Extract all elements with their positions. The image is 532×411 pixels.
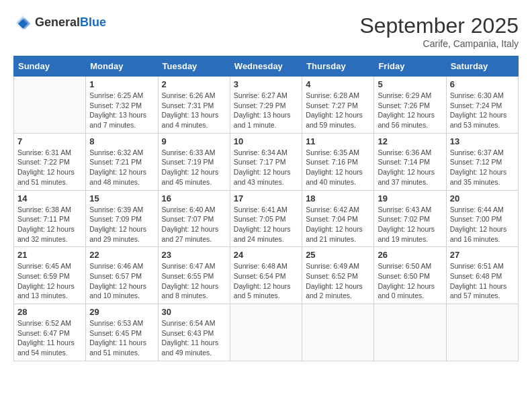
table-row: 19Sunrise: 6:43 AM Sunset: 7:02 PM Dayli… bbox=[374, 190, 446, 247]
day-number: 21 bbox=[17, 250, 82, 260]
day-number: 6 bbox=[450, 79, 515, 89]
day-info: Sunrise: 6:40 AM Sunset: 7:07 PM Dayligh… bbox=[162, 205, 226, 244]
table-row: 13Sunrise: 6:37 AM Sunset: 7:12 PM Dayli… bbox=[446, 133, 518, 190]
table-row: 26Sunrise: 6:50 AM Sunset: 6:50 PM Dayli… bbox=[374, 247, 446, 304]
day-number: 22 bbox=[89, 250, 154, 260]
table-row: 5Sunrise: 6:29 AM Sunset: 7:26 PM Daylig… bbox=[374, 77, 446, 134]
table-row: 20Sunrise: 6:44 AM Sunset: 7:00 PM Dayli… bbox=[446, 190, 518, 247]
table-row: 6Sunrise: 6:30 AM Sunset: 7:24 PM Daylig… bbox=[446, 77, 518, 134]
header-monday: Monday bbox=[86, 56, 158, 77]
day-number: 11 bbox=[306, 136, 370, 146]
day-number: 29 bbox=[89, 307, 154, 317]
day-info: Sunrise: 6:38 AM Sunset: 7:11 PM Dayligh… bbox=[17, 205, 82, 244]
table-row: 12Sunrise: 6:36 AM Sunset: 7:14 PM Dayli… bbox=[374, 133, 446, 190]
day-number: 13 bbox=[450, 136, 515, 146]
day-number: 15 bbox=[89, 193, 154, 203]
title-block: September 2025 Carife, Campania, Italy bbox=[359, 13, 519, 49]
day-number: 30 bbox=[162, 307, 226, 317]
day-info: Sunrise: 6:42 AM Sunset: 7:04 PM Dayligh… bbox=[306, 205, 370, 244]
table-row: 3Sunrise: 6:27 AM Sunset: 7:29 PM Daylig… bbox=[230, 77, 302, 134]
day-info: Sunrise: 6:25 AM Sunset: 7:32 PM Dayligh… bbox=[89, 91, 154, 130]
day-info: Sunrise: 6:46 AM Sunset: 6:57 PM Dayligh… bbox=[89, 261, 154, 301]
table-row: 18Sunrise: 6:42 AM Sunset: 7:04 PM Dayli… bbox=[302, 190, 374, 247]
calendar-week-row: 28Sunrise: 6:52 AM Sunset: 6:47 PM Dayli… bbox=[14, 304, 519, 361]
table-row bbox=[230, 304, 302, 361]
table-row: 10Sunrise: 6:34 AM Sunset: 7:17 PM Dayli… bbox=[230, 133, 302, 190]
day-number: 24 bbox=[234, 250, 298, 260]
day-info: Sunrise: 6:50 AM Sunset: 6:50 PM Dayligh… bbox=[378, 261, 442, 301]
table-row: 15Sunrise: 6:39 AM Sunset: 7:09 PM Dayli… bbox=[86, 190, 158, 247]
day-info: Sunrise: 6:36 AM Sunset: 7:14 PM Dayligh… bbox=[378, 148, 442, 187]
day-number: 5 bbox=[378, 79, 442, 89]
day-info: Sunrise: 6:33 AM Sunset: 7:19 PM Dayligh… bbox=[162, 148, 226, 187]
header-saturday: Saturday bbox=[446, 56, 518, 77]
day-info: Sunrise: 6:43 AM Sunset: 7:02 PM Dayligh… bbox=[378, 205, 442, 244]
day-number: 2 bbox=[162, 79, 226, 89]
day-number: 12 bbox=[378, 136, 442, 146]
table-row: 8Sunrise: 6:32 AM Sunset: 7:21 PM Daylig… bbox=[86, 133, 158, 190]
day-info: Sunrise: 6:49 AM Sunset: 6:52 PM Dayligh… bbox=[306, 261, 370, 301]
table-row: 24Sunrise: 6:48 AM Sunset: 6:54 PM Dayli… bbox=[230, 247, 302, 304]
day-number: 4 bbox=[306, 79, 370, 89]
day-number: 23 bbox=[162, 250, 226, 260]
table-row bbox=[14, 77, 86, 134]
header-sunday: Sunday bbox=[14, 56, 86, 77]
table-row: 1Sunrise: 6:25 AM Sunset: 7:32 PM Daylig… bbox=[86, 77, 158, 134]
day-info: Sunrise: 6:51 AM Sunset: 6:48 PM Dayligh… bbox=[450, 261, 515, 301]
day-number: 19 bbox=[378, 193, 442, 203]
day-number: 28 bbox=[17, 307, 82, 317]
day-info: Sunrise: 6:29 AM Sunset: 7:26 PM Dayligh… bbox=[378, 91, 442, 130]
calendar-header-row: Sunday Monday Tuesday Wednesday Thursday… bbox=[14, 56, 519, 77]
table-row: 25Sunrise: 6:49 AM Sunset: 6:52 PM Dayli… bbox=[302, 247, 374, 304]
logo: GeneralBlue bbox=[13, 13, 106, 32]
day-number: 8 bbox=[89, 136, 154, 146]
day-number: 1 bbox=[89, 79, 154, 89]
page-header: GeneralBlue September 2025 Carife, Campa… bbox=[13, 13, 519, 49]
day-info: Sunrise: 6:32 AM Sunset: 7:21 PM Dayligh… bbox=[89, 148, 154, 187]
header-wednesday: Wednesday bbox=[230, 56, 302, 77]
table-row: 9Sunrise: 6:33 AM Sunset: 7:19 PM Daylig… bbox=[158, 133, 230, 190]
table-row: 27Sunrise: 6:51 AM Sunset: 6:48 PM Dayli… bbox=[446, 247, 518, 304]
day-info: Sunrise: 6:54 AM Sunset: 6:43 PM Dayligh… bbox=[162, 318, 226, 358]
day-info: Sunrise: 6:44 AM Sunset: 7:00 PM Dayligh… bbox=[450, 205, 515, 244]
logo-icon bbox=[13, 13, 32, 32]
day-number: 16 bbox=[162, 193, 226, 203]
table-row: 29Sunrise: 6:53 AM Sunset: 6:45 PM Dayli… bbox=[86, 304, 158, 361]
day-info: Sunrise: 6:37 AM Sunset: 7:12 PM Dayligh… bbox=[450, 148, 515, 187]
day-number: 27 bbox=[450, 250, 515, 260]
day-number: 20 bbox=[450, 193, 515, 203]
month-title: September 2025 bbox=[359, 13, 519, 38]
day-info: Sunrise: 6:39 AM Sunset: 7:09 PM Dayligh… bbox=[89, 205, 154, 244]
table-row bbox=[446, 304, 518, 361]
day-info: Sunrise: 6:41 AM Sunset: 7:05 PM Dayligh… bbox=[234, 205, 298, 244]
day-number: 10 bbox=[234, 136, 298, 146]
calendar-week-row: 7Sunrise: 6:31 AM Sunset: 7:22 PM Daylig… bbox=[14, 133, 519, 190]
day-number: 14 bbox=[17, 193, 82, 203]
header-friday: Friday bbox=[374, 56, 446, 77]
table-row: 7Sunrise: 6:31 AM Sunset: 7:22 PM Daylig… bbox=[14, 133, 86, 190]
header-tuesday: Tuesday bbox=[158, 56, 230, 77]
table-row bbox=[302, 304, 374, 361]
table-row: 4Sunrise: 6:28 AM Sunset: 7:27 PM Daylig… bbox=[302, 77, 374, 134]
table-row: 17Sunrise: 6:41 AM Sunset: 7:05 PM Dayli… bbox=[230, 190, 302, 247]
location-subtitle: Carife, Campania, Italy bbox=[359, 38, 519, 49]
calendar-week-row: 21Sunrise: 6:45 AM Sunset: 6:59 PM Dayli… bbox=[14, 247, 519, 304]
logo-text-block: GeneralBlue bbox=[35, 16, 106, 30]
table-row: 28Sunrise: 6:52 AM Sunset: 6:47 PM Dayli… bbox=[14, 304, 86, 361]
header-thursday: Thursday bbox=[302, 56, 374, 77]
table-row: 11Sunrise: 6:35 AM Sunset: 7:16 PM Dayli… bbox=[302, 133, 374, 190]
day-number: 3 bbox=[234, 79, 298, 89]
day-info: Sunrise: 6:48 AM Sunset: 6:54 PM Dayligh… bbox=[234, 261, 298, 301]
table-row: 30Sunrise: 6:54 AM Sunset: 6:43 PM Dayli… bbox=[158, 304, 230, 361]
day-number: 18 bbox=[306, 193, 370, 203]
day-number: 25 bbox=[306, 250, 370, 260]
day-number: 17 bbox=[234, 193, 298, 203]
day-info: Sunrise: 6:28 AM Sunset: 7:27 PM Dayligh… bbox=[306, 91, 370, 130]
table-row: 14Sunrise: 6:38 AM Sunset: 7:11 PM Dayli… bbox=[14, 190, 86, 247]
day-info: Sunrise: 6:52 AM Sunset: 6:47 PM Dayligh… bbox=[17, 318, 82, 358]
table-row: 23Sunrise: 6:47 AM Sunset: 6:55 PM Dayli… bbox=[158, 247, 230, 304]
day-number: 9 bbox=[162, 136, 226, 146]
day-info: Sunrise: 6:31 AM Sunset: 7:22 PM Dayligh… bbox=[17, 148, 82, 187]
day-info: Sunrise: 6:27 AM Sunset: 7:29 PM Dayligh… bbox=[234, 91, 298, 130]
calendar-week-row: 14Sunrise: 6:38 AM Sunset: 7:11 PM Dayli… bbox=[14, 190, 519, 247]
